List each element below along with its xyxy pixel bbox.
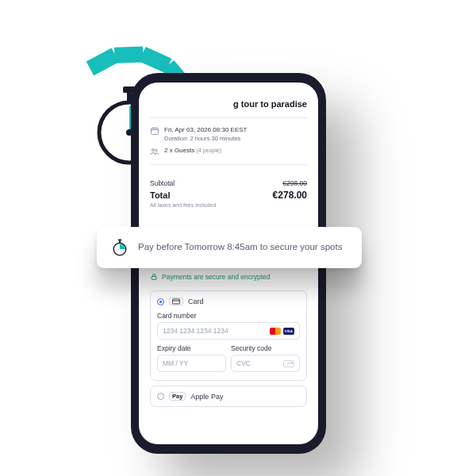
cvc-placeholder: CVC (236, 359, 251, 367)
svg-rect-12 (119, 241, 121, 244)
total-label: Total (150, 190, 170, 200)
card-number-label: Card number (157, 312, 300, 320)
mastercard-icon (270, 328, 281, 335)
svg-point-7 (155, 149, 158, 152)
calendar-icon (150, 126, 159, 136)
card-radio[interactable] (157, 298, 164, 305)
svg-rect-5 (152, 129, 159, 135)
divider (150, 117, 307, 118)
card-number-placeholder: 1234 1234 1234 1234 (163, 327, 228, 335)
cvc-input[interactable]: CVC (231, 355, 300, 372)
svg-rect-8 (152, 277, 156, 280)
card-number-input[interactable]: 1234 1234 1234 1234 (157, 322, 300, 340)
divider (150, 164, 307, 165)
applepay-label: Apple Pay (190, 393, 223, 401)
applepay-radio[interactable] (157, 393, 164, 400)
guests-row: 2 x Guests (4 people) (150, 147, 307, 156)
expiry-placeholder: MM / YY (163, 359, 188, 367)
applepay-glyph-icon: Pay (169, 392, 186, 401)
lock-icon (150, 270, 158, 284)
card-glyph-icon (169, 298, 183, 305)
pay-deadline-callout: Pay before Tomorrow 8:45am to secure you… (97, 227, 362, 268)
cvc-label: Security code (231, 344, 300, 352)
subtotal-value: €298.00 (282, 179, 307, 187)
datetime-row: Fri, Apr 03, 2026 08:30 EEST Duration: 2… (150, 126, 307, 142)
duration-text: Duration: 2 hours 30 minutes (164, 135, 248, 142)
svg-rect-9 (172, 299, 179, 304)
svg-point-6 (152, 149, 155, 152)
svg-rect-11 (118, 239, 121, 240)
card-option-label: Card (188, 298, 204, 305)
stopwatch-small-icon (111, 238, 129, 257)
product-title: g tour to paradise (150, 98, 307, 109)
guests-extra: (4 people) (196, 148, 221, 153)
expiry-input[interactable]: MM / YY (157, 355, 226, 372)
total-value: €278.00 (273, 190, 307, 201)
subtotal-label: Subtotal (150, 179, 175, 187)
cvc-icon (283, 360, 294, 367)
guests-text: 2 x Guests (164, 147, 194, 154)
datetime-text: Fri, Apr 03, 2026 08:30 EEST (164, 126, 248, 135)
expiry-label: Expiry date (157, 344, 226, 352)
applepay-option[interactable]: Pay Apple Pay (150, 386, 307, 407)
callout-text: Pay before Tomorrow 8:45am to secure you… (138, 241, 342, 254)
fees-note: All taxes and fees included (150, 202, 307, 208)
secure-text: Payments are secure and encrypted (162, 273, 271, 281)
card-option[interactable]: Card Card number 1234 1234 1234 1234 Exp… (150, 290, 307, 381)
visa-icon (283, 328, 294, 335)
people-icon (150, 147, 159, 156)
